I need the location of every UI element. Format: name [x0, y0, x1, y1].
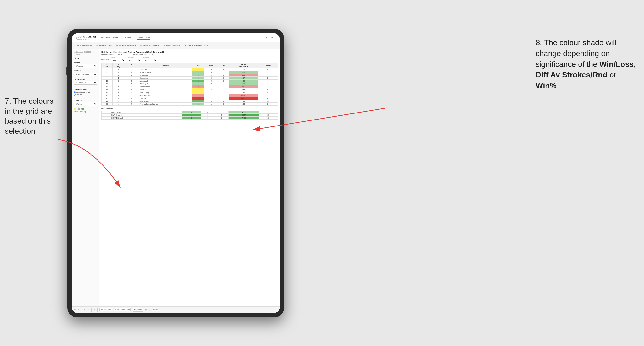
nav-bar: SCOREBOARD Powered by clippd TOURNAMENTS…: [72, 33, 280, 42]
cell-loss: 0: [204, 80, 218, 82]
cell-opponent: Heejo Hyun: [139, 82, 192, 85]
conference-select[interactable]: (All): [127, 59, 141, 62]
cell-conf: 7: [125, 103, 139, 106]
cell-rounds: 11: [258, 100, 278, 103]
cell-loss: 1: [204, 103, 218, 106]
table-row: 10 6 3 Andrea York 2 0 0 4.00 4: [102, 80, 278, 82]
sub-nav-team-h2h-heatmap[interactable]: TEAM H2H HEATMAP: [116, 44, 136, 47]
sidebar-player-rank-label: Player (Rank): [74, 78, 97, 80]
cell-tie: 1: [218, 68, 229, 71]
paste-icon[interactable]: 📋: [88, 309, 90, 311]
cell-opponent: Andrea York: [139, 80, 192, 82]
redo-icon[interactable]: ↪: [78, 309, 79, 311]
sub-nav-player-h2h-grid[interactable]: PLAYER H2H GRID: [163, 44, 181, 47]
cell-div: 3: [102, 68, 113, 71]
cell-opponent: Jessica Huang: [139, 85, 192, 88]
cell-loss: 0: [204, 68, 218, 71]
th-reg: #Reg: [112, 63, 125, 68]
cell-div: 13: [102, 85, 113, 88]
undo2-icon[interactable]: ↩: [81, 309, 82, 311]
colour-legend-labels: Down Level Up: [74, 111, 97, 112]
cell-diff: 3.33: [229, 82, 258, 85]
colour-by-select[interactable]: Win/loss: [74, 102, 97, 106]
cell-ood-tie: 0: [215, 111, 229, 114]
cell-rounds: [258, 74, 278, 77]
grid-area: Katelyn Vo Head-to-Head Grid for Women's…: [100, 49, 280, 306]
table-row: 6 3 3 Sydney Kuo 1 0 0 -1.00: [102, 74, 278, 77]
grid-records: Overall Record: 353 - 34 - 6 Division Re…: [101, 54, 278, 55]
table-header-row: #Div #Reg #Conf Opponent Win Loss Tie Di…: [102, 63, 278, 68]
sub-nav-team-h2h-grid[interactable]: TEAM H2H GRID: [96, 44, 112, 47]
clock-icon[interactable]: ⏱: [94, 309, 95, 311]
cell-reg: 1: [112, 68, 125, 71]
ood-table-row: NCAA Division 2 5 0 0 7.400 10: [102, 117, 278, 120]
logo-area: SCOREBOARD Powered by clippd: [76, 35, 96, 40]
cell-diff: 4.00: [229, 80, 258, 82]
cell-rounds: 4: [258, 80, 278, 82]
radio-opponents-played-input[interactable]: [74, 91, 76, 93]
cell-rounds: 9: [258, 88, 278, 91]
sub-nav-player-summary[interactable]: PLAYER SUMMARY: [140, 44, 159, 47]
toolbar-icon1[interactable]: ⊞: [146, 309, 147, 311]
cell-loss: 0: [204, 71, 218, 74]
cell-diff: -0.94: [229, 94, 258, 97]
cell-rounds: [258, 94, 278, 97]
sidebar-player-rank-section: Player (Rank) 8. Katelyn Vo: [74, 78, 97, 85]
power-button: [66, 67, 68, 75]
cell-reg: 11: [112, 82, 125, 85]
table-row: 20 11 7 Federica Domecq Lacroze 2 1 0 1.…: [102, 103, 278, 106]
watch-btn[interactable]: 👁 Watch ▾: [133, 308, 143, 312]
sign-out-link[interactable]: Sign out: [264, 36, 276, 39]
toolbar-icon2[interactable]: ⊟: [149, 309, 150, 311]
sidebar-division-label: Division: [74, 70, 97, 72]
cell-opponent: Sharon Mun: [139, 77, 192, 80]
nav-committee[interactable]: COMMITTEE: [136, 36, 151, 40]
sidebar-gender-label: Gender: [74, 61, 97, 63]
toolbar-divider2: [97, 308, 98, 312]
share-btn[interactable]: Share: [152, 308, 159, 311]
cell-conf: 6: [125, 82, 139, 85]
cell-tie: 0: [218, 85, 229, 88]
grid-title: Katelyn Vo Head-to-Head Grid for Women's…: [101, 51, 278, 53]
cell-tie: 0: [218, 71, 229, 74]
cell-ood-name: Foreign Team: [111, 111, 182, 114]
radio-top100-input[interactable]: [74, 94, 76, 96]
player-rank-select[interactable]: 8. Katelyn Vo: [74, 81, 97, 85]
sidebar: Last Updated: 27/03/2024 16:55:38 Player…: [72, 49, 100, 306]
cell-win: 0: [192, 85, 204, 88]
cell-ood-loss: 0: [201, 117, 215, 120]
region-select[interactable]: (All): [111, 59, 126, 62]
sub-nav-player-h2h-heatmap[interactable]: PLAYER H2H HEATMAP: [185, 44, 208, 47]
cell-conf: 1: [125, 94, 139, 97]
division-select[interactable]: NCAA Division III: [74, 73, 97, 76]
overall-record: Overall Record: 353 - 34 - 6: [101, 54, 122, 55]
sub-nav-team-summary[interactable]: TEAM SUMMARY: [76, 44, 92, 47]
cell-diff: 0.30: [229, 100, 258, 103]
main-data-table: #Div #Reg #Conf Opponent Win Loss Tie Di…: [101, 63, 278, 106]
view-original-btn[interactable]: View: Original: [100, 308, 112, 311]
cell-ood-diff: 4.500: [229, 111, 259, 114]
main-content: Last Updated: 27/03/2024 16:55:38 Player…: [72, 49, 280, 306]
cell-win: 4: [192, 100, 204, 103]
logo-sub: Powered by clippd: [76, 38, 96, 40]
nav-teams[interactable]: TEAMS: [124, 36, 132, 40]
cell-reg: 1: [112, 85, 125, 88]
cell-ood-win: 5: [182, 117, 201, 120]
opponent-select[interactable]: (All): [143, 59, 157, 62]
cell-reg: 3: [112, 74, 125, 77]
save-custom-btn[interactable]: Save Custom View: [114, 308, 131, 311]
cell-div: 20: [102, 103, 113, 106]
nav-tournaments[interactable]: TOURNAMENTS: [101, 36, 119, 40]
cell-loss: 1: [204, 100, 218, 103]
table-row: 9 1 4 Sharon Mun 1 0 0 3.67 3: [102, 77, 278, 80]
th-tie: Tie: [218, 63, 229, 68]
undo-icon[interactable]: ↩: [74, 309, 76, 311]
cell-rounds: 6: [258, 103, 278, 106]
cell-tie: 0: [218, 82, 229, 85]
cell-tie: 0: [218, 103, 229, 106]
radio-opponents-played[interactable]: Opponents Played: [74, 91, 97, 93]
radio-top100[interactable]: Top 100: [74, 94, 97, 96]
opponent-view-radio-group: Opponents Played Top 100: [74, 91, 97, 96]
copy-icon[interactable]: ⧉: [84, 309, 86, 311]
gender-select[interactable]: Women's: [74, 64, 97, 68]
